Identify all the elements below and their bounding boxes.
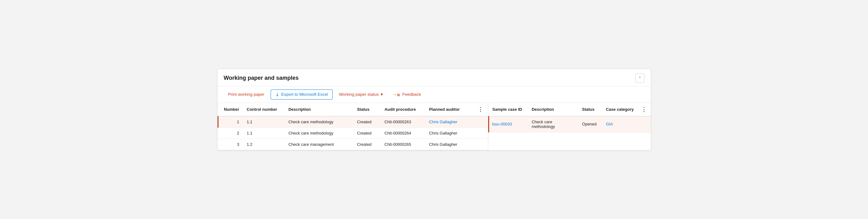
cell-number: 3 [218, 139, 243, 150]
col-header-sample-description: Description [528, 103, 578, 116]
cell-case-category[interactable]: GIA [602, 116, 638, 132]
col-header-more: ⋮ [473, 103, 488, 116]
table-row[interactable]: 31.2Check care managementCreatedChlt-000… [218, 139, 488, 150]
col-header-sample-case-id: Sample case ID [489, 103, 528, 116]
table-header-row: Number Control number Description Status… [218, 103, 488, 116]
export-excel-button[interactable]: ⤓ Export to Microsoft Excel [271, 89, 333, 100]
more-options-icon[interactable]: ⋮ [477, 106, 483, 113]
right-table-row[interactable]: Issu-00033Check care methodologyOpenedGI… [489, 116, 651, 132]
col-header-case-category: Case category [602, 103, 638, 116]
print-label: Print working paper [228, 92, 265, 97]
working-paper-status-button[interactable]: Working paper status ▼ [335, 90, 388, 99]
cell-audit-procedure: Chlt-00000263 [381, 116, 425, 127]
cell-description: Check care management [285, 139, 353, 150]
download-icon: ⤓ [275, 92, 279, 97]
col-header-status: Status [353, 103, 381, 116]
cell-control-number: 1.1 [243, 116, 284, 127]
print-button[interactable]: Print working paper [224, 90, 269, 99]
feedback-icon: →≣ [392, 92, 400, 97]
collapse-button[interactable]: ⌃ [635, 74, 645, 83]
feedback-button[interactable]: →≣ Feedback [388, 90, 425, 99]
right-more-options-icon[interactable]: ⋮ [641, 106, 647, 113]
col-header-description: Description [285, 103, 353, 116]
page-title: Working paper and samples [224, 75, 299, 81]
col-header-control-number: Control number [243, 103, 284, 116]
cell-row-more [473, 116, 488, 127]
cell-planned-auditor: Chris Gallagher [425, 127, 473, 139]
toolbar: Print working paper ⤓ Export to Microsof… [218, 86, 651, 103]
working-paper-card: Working paper and samples ⌃ Print workin… [217, 69, 651, 150]
col-header-number: Number [218, 103, 243, 116]
content-area: Number Control number Description Status… [218, 103, 651, 150]
status-label: Working paper status [339, 92, 378, 97]
export-label: Export to Microsoft Excel [281, 92, 328, 97]
cell-description: Check care methodology [285, 127, 353, 139]
feedback-label: Feedback [402, 92, 421, 97]
cell-audit-procedure: Chlt-00000264 [381, 127, 425, 139]
cell-row-more [473, 127, 488, 139]
cell-status: Created [353, 116, 381, 127]
col-header-audit-procedure: Audit procedure [381, 103, 425, 116]
card-header: Working paper and samples ⌃ [218, 69, 651, 86]
sample-cases-table: Sample case ID Description Status Case c… [488, 103, 651, 132]
cell-control-number: 1.2 [243, 139, 284, 150]
cell-status: Created [353, 127, 381, 139]
auditor-link[interactable]: Chris Gallagher [429, 119, 457, 124]
cell-planned-auditor: Chris Gallagher [425, 139, 473, 150]
cell-control-number: 1.1 [243, 127, 284, 139]
col-header-sample-status: Status [578, 103, 602, 116]
cell-number: 1 [218, 116, 243, 127]
cell-planned-auditor[interactable]: Chris Gallagher [425, 116, 473, 127]
working-paper-table: Number Control number Description Status… [218, 103, 488, 150]
table-row[interactable]: 21.1Check care methodologyCreatedChlt-00… [218, 127, 488, 139]
cell-row-more [473, 139, 488, 150]
right-table-header-row: Sample case ID Description Status Case c… [489, 103, 651, 116]
cell-description: Check care methodology [285, 116, 353, 127]
table-row[interactable]: 11.1Check care methodologyCreatedChlt-00… [218, 116, 488, 127]
right-panel: Sample case ID Description Status Case c… [488, 103, 651, 150]
col-header-planned-auditor: Planned auditor [425, 103, 473, 116]
chevron-down-icon: ▼ [380, 92, 383, 97]
cell-sample-description: Check care methodology [528, 116, 578, 132]
case-category-link[interactable]: GIA [606, 122, 613, 127]
cell-status: Created [353, 139, 381, 150]
col-header-right-more: ⋮ [637, 103, 650, 116]
cell-sample-case-id[interactable]: Issu-00033 [489, 116, 528, 132]
cell-right-row-more [637, 116, 650, 132]
cell-audit-procedure: Chlt-00000265 [381, 139, 425, 150]
sample-id-link[interactable]: Issu-00033 [492, 122, 512, 127]
cell-sample-status: Opened [578, 116, 602, 132]
cell-number: 2 [218, 127, 243, 139]
left-panel: Number Control number Description Status… [218, 103, 488, 150]
